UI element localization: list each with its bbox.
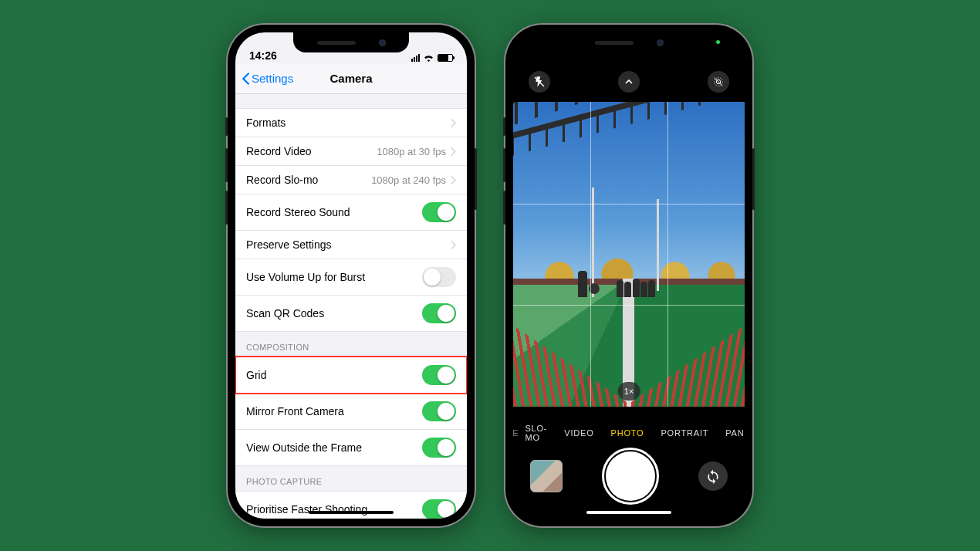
row-label: Formats <box>246 117 286 129</box>
shutter-button[interactable] <box>606 451 655 501</box>
toggle-switch[interactable] <box>422 401 456 421</box>
row-label: View Outside the Frame <box>246 441 362 454</box>
toggle-switch[interactable] <box>422 267 456 287</box>
status-icons <box>411 53 453 62</box>
row-grid[interactable]: Grid <box>235 357 467 394</box>
back-button[interactable]: Settings <box>242 72 293 85</box>
mode-portrait[interactable]: PORTRAIT <box>661 428 708 438</box>
mode-slomo[interactable]: SLO-MO <box>525 424 547 442</box>
chevron-left-icon <box>242 73 250 85</box>
row-label: Scan QR Codes <box>246 307 324 319</box>
wifi-icon <box>423 53 434 62</box>
mode-video[interactable]: VIDEO <box>564 428 593 438</box>
nav-bar: Settings Camera <box>235 63 467 94</box>
row-label: Use Volume Up for Burst <box>246 271 365 283</box>
camera-controls-expand-button[interactable] <box>618 71 640 93</box>
last-photo-thumbnail[interactable] <box>530 460 563 492</box>
svg-line-3 <box>715 78 723 86</box>
live-photo-button[interactable] <box>708 71 729 93</box>
chevron-right-icon <box>451 147 456 156</box>
chevron-right-icon <box>451 241 456 249</box>
row-value: 1080p at 240 fps <box>371 174 456 186</box>
mode-pano[interactable]: PANO <box>725 428 745 438</box>
page-title: Camera <box>329 72 372 85</box>
toggle-switch[interactable] <box>422 303 456 323</box>
home-indicator[interactable] <box>586 511 671 514</box>
row-use-volume-up-for-burst[interactable]: Use Volume Up for Burst <box>235 259 467 296</box>
mode-partial: SE <box>513 428 519 438</box>
row-scan-qr-codes[interactable]: Scan QR Codes <box>235 296 467 332</box>
battery-icon <box>438 54 453 62</box>
row-view-outside-the-frame[interactable]: View Outside the Frame <box>235 430 467 466</box>
viewfinder[interactable]: 1× <box>513 102 745 407</box>
row-label: Grid <box>246 369 266 381</box>
status-time: 14:26 <box>249 49 277 62</box>
flash-button[interactable] <box>529 71 550 93</box>
live-photo-off-icon <box>712 76 725 88</box>
chevron-right-icon <box>451 176 456 184</box>
settings-list[interactable]: FormatsRecord Video1080p at 30 fpsRecord… <box>235 94 467 519</box>
mode-selector[interactable]: SE SLO-MO VIDEO PHOTO PORTRAIT PANO <box>513 421 745 445</box>
flash-off-icon <box>533 76 546 88</box>
row-value <box>451 241 456 249</box>
toggle-switch[interactable] <box>422 438 456 458</box>
row-preserve-settings[interactable]: Preserve Settings <box>235 231 467 259</box>
camera-bottom-bar <box>513 448 745 505</box>
scene-preview <box>513 102 745 407</box>
row-label: Record Slo-mo <box>246 174 318 186</box>
chevron-up-icon <box>623 76 635 88</box>
cellular-icon <box>411 54 420 62</box>
row-formats[interactable]: Formats <box>235 108 467 137</box>
flip-camera-icon <box>705 468 721 484</box>
section-header-photo-capture: PHOTO CAPTURE <box>235 466 467 491</box>
phone-settings: 14:26 Settings Camera FormatsRecord Vide… <box>228 25 475 526</box>
home-indicator[interactable] <box>309 511 394 514</box>
flip-camera-button[interactable] <box>698 461 728 491</box>
phone-camera: 1× SE SLO-MO VIDEO PHOTO PORTRAIT PANO <box>505 25 752 526</box>
row-value <box>451 119 456 127</box>
zoom-button[interactable]: 1× <box>618 382 640 401</box>
row-label: Record Video <box>246 145 312 157</box>
toggle-switch[interactable] <box>422 365 456 385</box>
row-label: Record Stereo Sound <box>246 206 350 218</box>
row-mirror-front-camera[interactable]: Mirror Front Camera <box>235 394 467 430</box>
row-label: Mirror Front Camera <box>246 405 344 417</box>
row-prioritise-faster-shooting[interactable]: Prioritise Faster Shooting <box>235 491 467 519</box>
row-record-slo-mo[interactable]: Record Slo-mo1080p at 240 fps <box>235 166 467 194</box>
toggle-switch[interactable] <box>422 202 456 222</box>
back-label: Settings <box>252 72 293 85</box>
row-label: Preserve Settings <box>246 238 332 251</box>
row-record-stereo-sound[interactable]: Record Stereo Sound <box>235 194 467 231</box>
camera-active-indicator-icon <box>716 40 720 44</box>
toggle-switch[interactable] <box>422 499 456 519</box>
row-record-video[interactable]: Record Video1080p at 30 fps <box>235 137 467 166</box>
row-value: 1080p at 30 fps <box>377 146 456 157</box>
mode-photo[interactable]: PHOTO <box>611 428 644 438</box>
chevron-right-icon <box>451 119 456 127</box>
section-header-composition: COMPOSITION <box>235 332 467 357</box>
